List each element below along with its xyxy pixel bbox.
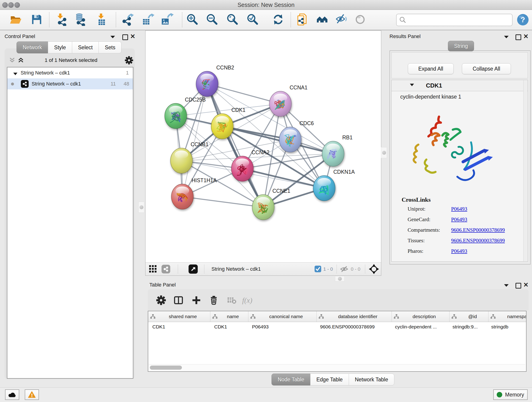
refresh-layout-icon[interactable] (272, 13, 285, 26)
tab-sets[interactable]: Sets (99, 41, 121, 53)
zoom-selected-icon[interactable] (246, 13, 259, 26)
column-header-description[interactable]: description (392, 311, 450, 322)
tab-style[interactable]: Style (48, 41, 72, 53)
collapse-all-networks-icon[interactable] (9, 57, 16, 64)
zoom-in-icon[interactable] (186, 13, 199, 26)
selected-checkbox-icon[interactable] (315, 266, 321, 272)
tab-edge-table[interactable]: Edge Table (310, 374, 349, 385)
bottom-splitter-handle[interactable] (335, 276, 345, 281)
network-options-gear-icon[interactable] (125, 56, 133, 65)
results-panel-close-icon[interactable]: ✕ (523, 34, 529, 39)
column-header-canonical-name[interactable]: canonical name (248, 311, 317, 322)
tab-node-table[interactable]: Node Table (272, 374, 310, 385)
crosslink-label: Compartments: (408, 227, 451, 233)
status-bar: Memory (0, 387, 532, 402)
expand-all-networks-icon[interactable] (17, 57, 24, 64)
table-panel-float-icon[interactable] (515, 283, 521, 288)
network-edge-HIST1H1A-CCNE1[interactable] (182, 197, 263, 207)
crosslink-link[interactable]: 9606.ENSP00000378699 (451, 227, 505, 233)
tree-expander-icon[interactable] (13, 73, 17, 75)
node-label: RB1 (342, 134, 353, 140)
main-toolbar: ? (0, 10, 532, 30)
export-network-icon[interactable] (122, 13, 135, 26)
column-header-namespace[interactable]: namespace (488, 311, 526, 322)
table-row[interactable]: CDK1CDK1P064939606.ENSP00000378699cyclin… (148, 322, 526, 332)
cell-database-identifier: 9606.ENSP00000378699 (316, 322, 391, 332)
node-CCNB2[interactable]: CCNB2 (196, 65, 234, 96)
hidden-node-edge-counts: 0 - 0 (351, 266, 360, 272)
node-label: CCNA2 (252, 149, 269, 155)
function-builder-icon[interactable]: f(x) (242, 295, 260, 305)
create-column-icon[interactable] (191, 295, 201, 305)
column-header-id[interactable]: @id (450, 311, 488, 322)
network-tree-item-row[interactable]: String Network – cdk1 11 48 (7, 78, 133, 89)
table-panel-menu-icon[interactable] (504, 284, 509, 287)
results-panel-tabs: String (448, 41, 474, 51)
left-splitter-handle[interactable] (138, 202, 144, 213)
right-splitter-handle[interactable] (381, 147, 387, 158)
tab-select[interactable]: Select (72, 41, 99, 53)
help-icon[interactable]: ? (516, 13, 529, 26)
search-input[interactable] (407, 17, 512, 23)
export-image-icon[interactable] (161, 13, 174, 26)
control-panel-close-icon[interactable]: ✕ (130, 34, 135, 39)
new-network-from-selection-icon[interactable] (297, 13, 309, 26)
node-RB1[interactable]: RB1 (322, 134, 353, 166)
results-panel-menu-icon[interactable] (504, 36, 509, 38)
import-network-database-icon[interactable] (74, 13, 87, 26)
network-share-view-icon[interactable] (162, 265, 170, 274)
results-panel-title: Results Panel (389, 33, 421, 39)
table-options-gear-icon[interactable] (156, 295, 166, 305)
network-tree-root-row[interactable]: String Network – cdk1 1 (7, 67, 133, 78)
entry-expander-icon[interactable] (410, 84, 414, 86)
column-type-icon (490, 314, 496, 319)
zoom-out-icon[interactable] (206, 13, 219, 26)
results-panel-float-icon[interactable] (515, 34, 521, 40)
warning-icon (28, 391, 36, 398)
crosslink-link[interactable]: P06493 (451, 206, 467, 212)
zoom-fit-icon[interactable] (226, 13, 239, 26)
column-header-database-identifier[interactable]: database identifier (317, 311, 392, 322)
tab-network[interactable]: Network (17, 41, 48, 53)
network-canvas[interactable]: CCNB2CCNA1CDC25BCDK1CDC6RB1CCNB1CCNA2CDK… (146, 31, 381, 262)
node-CCNE1[interactable]: CCNE1 (252, 188, 290, 220)
network-edge-CCNA2-CDKN1A[interactable] (242, 169, 324, 188)
column-header-shared-name[interactable]: shared name (148, 311, 210, 322)
node-CDKN1A[interactable]: CDKN1A (313, 169, 355, 201)
cloud-status-button[interactable] (5, 389, 19, 400)
node-CCNA1[interactable]: CCNA1 (269, 85, 307, 116)
scrollbar-thumb[interactable] (150, 366, 182, 370)
crosslink-link[interactable]: 9606.ENSP00000378699 (451, 238, 505, 243)
crosslink-link[interactable]: P06493 (451, 248, 467, 254)
grid-view-icon[interactable] (149, 265, 157, 273)
node-HIST1H1A[interactable]: HIST1H1A (171, 177, 217, 209)
node-CCNB1[interactable]: CCNB1 (171, 141, 209, 173)
results-scrollbar[interactable] (523, 80, 527, 261)
control-panel-float-icon[interactable] (122, 34, 128, 40)
node-label: CCNB1 (191, 141, 209, 147)
export-table-icon[interactable] (142, 13, 154, 26)
crosshair-navigate-icon[interactable] (369, 264, 379, 274)
save-session-icon[interactable] (30, 13, 43, 26)
show-all-icon[interactable] (354, 13, 367, 26)
delete-column-icon[interactable] (209, 295, 219, 305)
toolbar-separator (291, 12, 291, 27)
first-neighbors-icon[interactable] (316, 13, 329, 26)
warning-status-button[interactable] (25, 389, 39, 400)
table-panel-close-icon[interactable]: ✕ (523, 282, 529, 287)
delete-table-icon-disabled[interactable] (227, 295, 237, 305)
tab-network-table[interactable]: Network Table (349, 374, 394, 385)
import-network-file-icon[interactable] (56, 13, 68, 26)
show-columns-icon[interactable] (173, 295, 184, 305)
hide-selection-icon[interactable] (335, 13, 348, 26)
birds-eye-view-icon[interactable] (189, 264, 198, 274)
memory-button[interactable]: Memory (493, 389, 528, 400)
tab-string[interactable]: String (448, 41, 474, 51)
crosslink-link[interactable]: P06493 (451, 217, 467, 222)
control-panel-menu-icon[interactable] (110, 36, 115, 38)
open-session-icon[interactable] (9, 13, 22, 26)
expand-all-button[interactable]: Expand All (408, 63, 454, 74)
import-table-icon[interactable] (95, 13, 108, 26)
collapse-all-button[interactable]: Collapse All (462, 63, 511, 74)
column-header-name[interactable]: name (210, 311, 248, 322)
